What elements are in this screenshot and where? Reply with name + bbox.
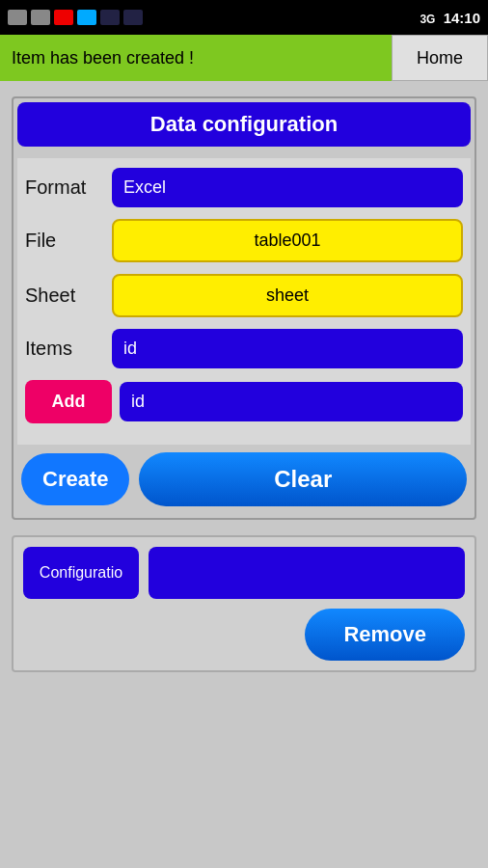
sheet-label: Sheet bbox=[25, 285, 112, 307]
config-input[interactable] bbox=[149, 547, 465, 599]
status-icons bbox=[8, 10, 143, 25]
sheet-input[interactable] bbox=[112, 274, 463, 317]
data-config-panel: Data configuration Format File Sheet Ite… bbox=[12, 96, 476, 520]
bottom-config-row: Configuratio bbox=[23, 547, 465, 599]
clear-button[interactable]: Clear bbox=[139, 452, 467, 506]
home-button[interactable]: Home bbox=[392, 35, 488, 81]
items-label: Items bbox=[25, 338, 112, 360]
items-row: Items bbox=[25, 329, 463, 368]
config-button[interactable]: Configuratio bbox=[23, 547, 139, 599]
format-label: Format bbox=[25, 176, 112, 199]
format-input[interactable] bbox=[112, 168, 463, 207]
app-icon-2 bbox=[31, 10, 50, 25]
notification-message: Item has been created ! bbox=[0, 35, 392, 81]
main-area: Data configuration Format File Sheet Ite… bbox=[0, 81, 488, 688]
file-label: File bbox=[25, 230, 112, 252]
status-bar: 3G 14:10 bbox=[0, 0, 488, 35]
create-button[interactable]: Create bbox=[21, 453, 129, 505]
add-row: Add bbox=[25, 380, 463, 423]
sheet-row: Sheet bbox=[25, 274, 463, 317]
app-icon-5 bbox=[100, 10, 120, 25]
app-icon-1 bbox=[8, 10, 27, 25]
items-input[interactable] bbox=[112, 329, 463, 368]
time-label: 14:10 bbox=[444, 10, 480, 26]
remove-button[interactable]: Remove bbox=[305, 609, 465, 661]
file-input[interactable] bbox=[112, 219, 463, 262]
status-time: 3G 14:10 bbox=[420, 10, 480, 26]
app-icon-4 bbox=[77, 10, 96, 25]
app-icon-3 bbox=[54, 10, 73, 25]
remove-row: Remove bbox=[23, 609, 465, 661]
signal-label: 3G bbox=[420, 13, 435, 26]
panel-title: Data configuration bbox=[17, 102, 471, 147]
notification-bar: Item has been created ! Home bbox=[0, 35, 488, 81]
action-row: Create Clear bbox=[17, 452, 471, 514]
add-input[interactable] bbox=[120, 382, 463, 421]
add-button[interactable]: Add bbox=[25, 380, 112, 423]
form-area: Format File Sheet Items Add bbox=[17, 158, 471, 445]
file-row: File bbox=[25, 219, 463, 262]
app-icon-6 bbox=[123, 10, 143, 25]
bottom-panel: Configuratio Remove bbox=[12, 535, 476, 672]
format-row: Format bbox=[25, 168, 463, 207]
